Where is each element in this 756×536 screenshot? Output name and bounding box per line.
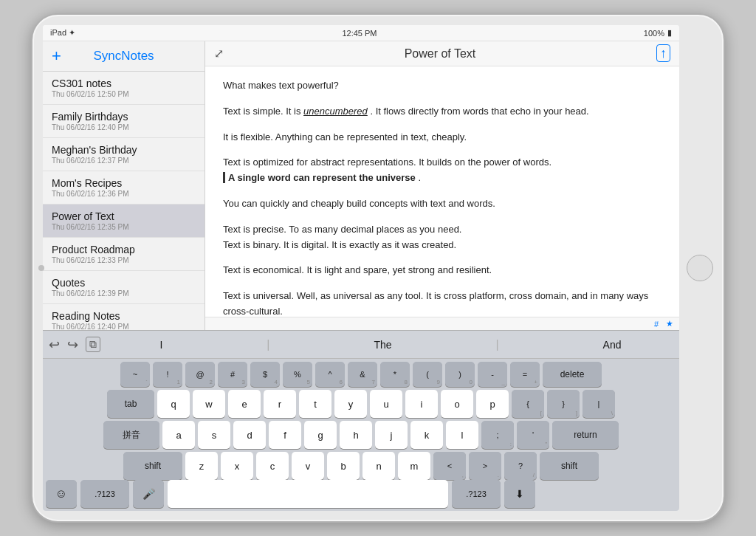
key-tilde[interactable]: ~` [120,362,150,387]
suggestion-i[interactable]: I [159,339,162,351]
key-lbrace[interactable]: {[ [512,390,544,418]
emoji-key[interactable]: ☺ [46,480,77,508]
note-title: Power of Text [405,47,476,61]
shift-left-key[interactable]: shift [123,452,182,480]
key-b[interactable]: b [327,452,360,480]
numbers-left-key[interactable]: .?123 [80,480,129,508]
undo-button[interactable]: ↩ [49,337,60,353]
paragraph-1: What makes text powerful? [223,78,662,94]
key-equals[interactable]: =+ [510,362,540,387]
sidebar: + SyncNotes CS301 notes Thu 06/02/16 12:… [43,41,205,330]
key-quote[interactable]: '" [517,421,549,449]
sidebar-item-date: Thu 06/02/16 12:40 PM [52,323,196,330]
key-f[interactable]: f [269,421,301,449]
key-7[interactable]: &7 [348,362,377,387]
battery-label: 100% [644,29,664,38]
status-left: iPad ✦ [50,28,75,38]
sidebar-item-quotes[interactable]: Quotes Thu 06/02/16 12:39 PM [43,271,205,304]
delete-key[interactable]: delete [543,362,602,387]
key-slash[interactable]: ?/ [504,452,537,480]
key-i[interactable]: i [405,390,438,418]
key-minus[interactable]: -_ [478,362,507,387]
status-right: 100% ▮ [644,28,672,38]
key-semicolon[interactable]: ;: [481,421,514,449]
key-e[interactable]: e [228,390,261,418]
key-s[interactable]: s [198,421,230,449]
key-l[interactable]: l [446,421,478,449]
sidebar-item-title: Family Birthdays [52,111,196,123]
key-6[interactable]: ^6 [315,362,345,387]
sidebar-item-date: Thu 06/02/16 12:39 PM [52,289,196,298]
key-u[interactable]: u [370,390,402,418]
toolbar-right: ↑ [656,46,670,61]
sidebar-item-title: CS301 notes [52,78,196,89]
footer-hash-icon[interactable]: # [654,320,659,329]
key-w[interactable]: w [193,390,225,418]
shift-right-key[interactable]: shift [540,452,599,480]
key-2[interactable]: @2 [185,362,215,387]
key-n[interactable]: n [362,452,395,480]
sidebar-item-roadmap[interactable]: Product Roadmap Thu 06/02/16 12:33 PM [43,238,205,271]
tab-key[interactable]: tab [107,390,154,418]
space-key[interactable] [168,480,448,508]
key-o[interactable]: o [441,390,473,418]
key-1[interactable]: !1 [153,362,182,387]
numbers-right-key[interactable]: .?123 [452,480,501,508]
sidebar-item-date: Thu 06/02/16 12:40 PM [52,123,196,131]
share-icon[interactable]: ↑ [656,44,670,62]
key-8[interactable]: *8 [380,362,410,387]
sidebar-item-reading[interactable]: Reading Notes Thu 06/02/16 12:40 PM [43,304,205,330]
key-9[interactable]: (9 [413,362,442,387]
key-3[interactable]: #3 [218,362,247,387]
redo-button[interactable]: ↪ [67,337,78,353]
key-h[interactable]: h [340,421,372,449]
key-5[interactable]: %5 [283,362,312,387]
key-period[interactable]: >. [469,452,501,480]
sidebar-item-poweroftext[interactable]: Power of Text Thu 06/02/16 12:35 PM [43,205,205,238]
key-v[interactable]: v [292,452,324,480]
sidebar-item-recipes[interactable]: Mom's Recipes Thu 06/02/16 12:36 PM [43,171,205,205]
key-x[interactable]: x [221,452,253,480]
keyboard-hide-key[interactable]: ⬇ [504,480,535,508]
paste-button[interactable]: ⧉ [86,337,100,352]
suggestion-and[interactable]: And [603,339,622,351]
pinyin-key[interactable]: 拼音 [103,421,159,449]
sidebar-item-title: Meghan's Birthday [52,144,196,156]
key-z[interactable]: z [185,452,218,480]
key-k[interactable]: k [410,421,443,449]
suggestion-the[interactable]: The [374,339,391,351]
key-c[interactable]: c [256,452,289,480]
return-key[interactable]: return [552,421,619,449]
add-note-button[interactable]: + [52,47,61,66]
home-button[interactable] [687,255,713,281]
key-pipe[interactable]: |\ [583,390,615,418]
paragraph-5: You can quickly and cheaply build concep… [223,196,662,212]
key-d[interactable]: d [233,421,266,449]
key-t[interactable]: t [299,390,331,418]
key-rbrace[interactable]: }] [547,390,580,418]
key-j[interactable]: j [375,421,408,449]
key-p[interactable]: p [476,390,509,418]
key-y[interactable]: y [334,390,367,418]
sidebar-item-cs301[interactable]: CS301 notes Thu 06/02/16 12:50 PM [43,72,205,105]
sidebar-item-meghan[interactable]: Meghan's Birthday Thu 06/02/16 12:37 PM [43,138,205,171]
sidebar-item-date: Thu 06/02/16 12:33 PM [52,256,196,264]
footer-star-icon[interactable]: ★ [666,319,673,329]
sidebar-item-date: Thu 06/02/16 12:35 PM [52,223,196,231]
mic-key[interactable]: 🎤 [133,480,164,508]
sidebar-item-family[interactable]: Family Birthdays Thu 06/02/16 12:40 PM [43,105,205,138]
key-4[interactable]: $4 [250,362,280,387]
note-area: ⤢ Power of Text ↑ What makes text powerf… [205,41,679,330]
expand-icon[interactable]: ⤢ [214,47,224,61]
key-comma[interactable]: <, [433,452,466,480]
note-content[interactable]: What makes text powerful? Text is simple… [205,66,679,317]
key-q[interactable]: q [157,390,190,418]
note-footer-bar: # ★ [205,317,679,330]
key-m[interactable]: m [398,452,430,480]
key-a[interactable]: a [162,421,195,449]
key-g[interactable]: g [304,421,337,449]
note-toolbar: ⤢ Power of Text ↑ [205,41,679,66]
key-0[interactable]: )0 [445,362,475,387]
key-r[interactable]: r [264,390,296,418]
paragraph-4: Text is optimized for abstract represent… [223,155,662,186]
